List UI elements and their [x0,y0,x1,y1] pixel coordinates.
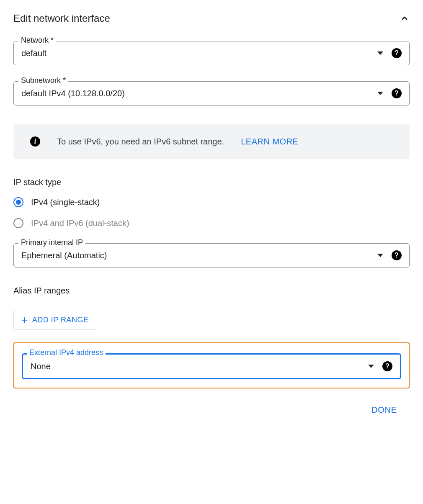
subnetwork-value: default IPv4 (10.128.0.0/20) [21,89,125,98]
radio-checked-icon [13,197,23,207]
help-icon[interactable]: ? [392,250,402,260]
dropdown-arrow-icon [377,92,383,95]
panel-header: Edit network interface [13,13,410,24]
dropdown-arrow-icon [368,365,374,368]
ipv4-single-stack-radio[interactable]: IPv4 (single-stack) [13,197,410,207]
plus-icon: + [21,314,28,325]
radio-label: IPv4 (single-stack) [31,198,100,207]
network-select[interactable]: default ? [13,41,410,65]
info-icon: i [30,136,40,147]
help-icon[interactable]: ? [382,361,392,371]
panel-title: Edit network interface [13,13,110,24]
ip-stack-heading: IP stack type [13,177,410,187]
external-ipv4-select[interactable]: None ? [22,353,401,379]
subnetwork-field: Subnetwork * default IPv4 (10.128.0.0/20… [13,81,410,105]
subnetwork-label: Subnetwork * [18,76,68,85]
primary-internal-ip-value: Ephemeral (Automatic) [21,251,107,260]
network-label: Network * [18,36,56,45]
external-ipv4-highlight: External IPv4 address None ? [13,342,410,388]
radio-unchecked-icon [13,218,23,228]
primary-internal-ip-label: Primary internal IP [18,238,85,247]
external-ipv4-value: None [31,362,51,371]
add-ip-range-label: ADD IP RANGE [32,316,89,324]
done-button[interactable]: DONE [371,405,397,415]
subnetwork-select[interactable]: default IPv4 (10.128.0.0/20) ? [13,81,410,105]
ipv6-info-banner: i To use IPv6, you need an IPv6 subnet r… [13,124,410,159]
network-value: default [21,49,46,58]
ip-stack-radio-group: IPv4 (single-stack) IPv4 and IPv6 (dual-… [13,197,410,228]
help-icon[interactable]: ? [392,48,402,58]
primary-internal-ip-field: Primary internal IP Ephemeral (Automatic… [13,243,410,267]
dropdown-arrow-icon [377,51,383,55]
add-ip-range-button[interactable]: + ADD IP RANGE [13,310,96,330]
alias-ip-heading: Alias IP ranges [13,286,410,296]
network-field: Network * default ? [13,41,410,65]
radio-label: IPv4 and IPv6 (dual-stack) [31,219,129,228]
chevron-up-icon[interactable] [400,13,410,23]
ipv4-ipv6-dual-stack-radio: IPv4 and IPv6 (dual-stack) [13,218,410,228]
external-ipv4-field: External IPv4 address None ? [22,353,401,379]
info-text: To use IPv6, you need an IPv6 subnet ran… [57,137,224,147]
learn-more-link[interactable]: LEARN MORE [241,137,298,147]
external-ipv4-label: External IPv4 address [27,348,106,357]
help-icon[interactable]: ? [392,88,402,98]
dropdown-arrow-icon [377,254,383,257]
